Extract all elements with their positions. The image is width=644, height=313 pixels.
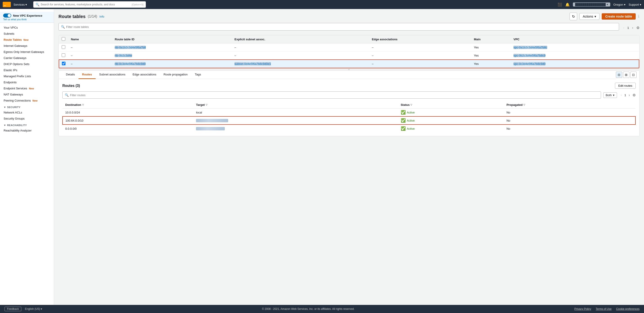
- page-count: (1/14): [88, 15, 97, 19]
- feedback-button[interactable]: Feedback: [4, 307, 22, 311]
- services-menu[interactable]: Services ▾: [14, 3, 27, 6]
- page-number: 1: [627, 26, 629, 30]
- tab-route-prop[interactable]: Route propagation: [160, 71, 191, 79]
- create-route-table-button[interactable]: Create route table: [602, 13, 636, 20]
- privacy-link[interactable]: Privacy Policy: [574, 307, 591, 310]
- row-checkbox-1[interactable]: [62, 45, 65, 49]
- aws-logo[interactable]: aws: [3, 2, 11, 7]
- copyright: © 2008 - 2021, Amazon Web Services, Inc.…: [262, 307, 354, 310]
- route-propagated-2: No: [504, 116, 636, 125]
- sidebar-item-subnets[interactable]: Subnets: [0, 31, 54, 37]
- route-target-2: pcx-0a1b2c3d4e5f6a7b8: [193, 116, 398, 125]
- route-propagated-3: No: [504, 125, 636, 132]
- routes-table: Destination ▽ Target ▽ Status ▽ Propagat…: [62, 101, 636, 132]
- row-subnet-2: –: [232, 52, 369, 60]
- table-row[interactable]: – rtb-0b2c3d4e – – Yes vpc-0b2c3d4e5f6a7…: [59, 52, 639, 60]
- select-all-checkbox[interactable]: [62, 37, 65, 41]
- sidebar-item-security-groups[interactable]: Security Groups: [0, 116, 54, 122]
- row-edge-1: –: [369, 44, 471, 52]
- sidebar-item-elastic-ips[interactable]: Elastic IPs: [0, 67, 54, 73]
- sidebar-item-network-acls[interactable]: Network ACLs: [0, 109, 54, 116]
- row-main-3: Yes: [471, 60, 511, 68]
- row-checkbox-3[interactable]: [62, 62, 66, 65]
- sidebar-item-endpoint-services[interactable]: Endpoint Services New: [0, 85, 54, 91]
- route-row-1[interactable]: 10.0.0.0/24 local ✅ Active No: [62, 109, 636, 117]
- col-destination: Destination ▽: [62, 101, 193, 109]
- both-dropdown[interactable]: Both ▾: [603, 92, 617, 98]
- table-settings-icon[interactable]: ⚙: [636, 26, 640, 30]
- page-header: Route tables (1/14) Info ↻ Actions ▾ Cre…: [58, 13, 640, 20]
- language-selector[interactable]: English (US) ▾: [25, 307, 42, 310]
- routes-filter-input[interactable]: [70, 94, 598, 97]
- routes-next-button[interactable]: ›: [627, 93, 631, 97]
- sidebar-item-carrier-gateways[interactable]: Carrier Gateways: [0, 55, 54, 61]
- chevron-down-icon-2: ▼: [4, 124, 6, 127]
- table-row-selected[interactable]: – rtb-0c3d4e5f6a7b8c9d0 subnet-0d4e5f6a7…: [59, 60, 639, 68]
- route-table-filter[interactable]: 🔍: [58, 23, 619, 31]
- sidebar-item-managed-prefix[interactable]: Managed Prefix Lists: [0, 73, 54, 79]
- tell-us-link[interactable]: Tell us what you think: [3, 18, 51, 21]
- both-label: Both: [606, 94, 612, 97]
- sidebar-item-endpoints[interactable]: Endpoints: [0, 79, 54, 85]
- actions-button[interactable]: Actions ▾: [580, 13, 600, 20]
- resize-handle[interactable]: ≡: [58, 69, 640, 70]
- account-selector[interactable]: ████████████████ ▾: [573, 3, 610, 7]
- search-shortcut: [Option+S]: [132, 3, 144, 6]
- filter-input[interactable]: [66, 25, 616, 29]
- support-menu[interactable]: Support ▾: [629, 3, 641, 6]
- active-icon-2: ✅: [401, 118, 406, 123]
- route-row-3[interactable]: 0.0.0.0/0 igw-0b2c3d4e5f6a7b8 ✅ Active N…: [62, 125, 636, 132]
- tab-details[interactable]: Details: [62, 71, 78, 79]
- tab-routes[interactable]: Routes: [78, 71, 96, 79]
- route-dest-2: 100.64.0.0/10: [62, 116, 193, 125]
- sidebar-item-peering[interactable]: Peering Connections New: [0, 98, 54, 104]
- refresh-button[interactable]: ↻: [570, 13, 577, 20]
- global-search[interactable]: 🔍 [Option+S]: [33, 1, 146, 8]
- row-main-1: Yes: [471, 44, 511, 52]
- sidebar-item-dhcp[interactable]: DHCP Options Sets: [0, 61, 54, 67]
- route-status-1: ✅ Active: [398, 109, 504, 117]
- terms-link[interactable]: Terms of Use: [596, 307, 612, 310]
- tab-subnet-assoc[interactable]: Subnet associations: [96, 71, 129, 79]
- edit-routes-button[interactable]: Edit routes: [615, 83, 636, 89]
- routes-filter[interactable]: 🔍: [62, 91, 601, 99]
- active-icon-1: ✅: [401, 110, 406, 114]
- view-full-icon[interactable]: ⊡: [630, 72, 636, 78]
- region-selector[interactable]: Oregon ▾: [614, 3, 626, 6]
- routes-settings-icon[interactable]: ⚙: [632, 93, 636, 97]
- info-link[interactable]: Info: [100, 15, 104, 18]
- next-page-button[interactable]: ›: [631, 26, 634, 30]
- row-edge-3: –: [369, 60, 471, 68]
- sidebar-item-nat-gateways[interactable]: NAT Gateways: [0, 91, 54, 98]
- resize-icon: ≡: [348, 68, 350, 71]
- main-content: Route tables (1/14) Info ↻ Actions ▾ Cre…: [54, 9, 644, 305]
- prev-page-button[interactable]: ‹: [622, 26, 626, 30]
- row-name-3: –: [68, 60, 112, 68]
- page-title: Route tables: [58, 14, 86, 19]
- cookie-link[interactable]: Cookie preferences: [616, 307, 640, 310]
- route-row-2-highlighted[interactable]: 100.64.0.0/10 pcx-0a1b2c3d4e5f6a7b8 ✅ Ac…: [62, 116, 636, 125]
- sidebar-item-egress-only-igw[interactable]: Egress Only Internet Gateways: [0, 49, 54, 55]
- tab-tags[interactable]: Tags: [191, 71, 204, 79]
- search-input[interactable]: [41, 3, 132, 6]
- sidebar-item-route-tables[interactable]: Route Tables New: [0, 37, 54, 43]
- bell-icon[interactable]: 🔔: [565, 3, 570, 7]
- route-target-3: igw-0b2c3d4e5f6a7b8: [193, 125, 398, 132]
- route-dest-1: 10.0.0.0/24: [62, 109, 193, 117]
- col-subnet: Explicit subnet assoc.: [232, 35, 369, 44]
- routes-prev-button[interactable]: ‹: [619, 93, 623, 97]
- chevron-down-icon: ▼: [4, 106, 6, 109]
- svg-text:aws: aws: [4, 5, 6, 6]
- tab-edge-assoc[interactable]: Edge associations: [129, 71, 160, 79]
- info-circle-icon[interactable]: ℹ: [638, 14, 640, 19]
- terminal-icon[interactable]: ⬛: [558, 3, 562, 7]
- sidebar-item-internet-gateways[interactable]: Internet Gateways: [0, 43, 54, 49]
- row-checkbox-2[interactable]: [62, 53, 65, 57]
- view-split-horizontal-icon[interactable]: ⊟: [616, 72, 622, 78]
- new-vpc-toggle[interactable]: [3, 14, 11, 18]
- sidebar-item-reachability[interactable]: Reachability Analyzer: [0, 127, 54, 134]
- endpoint-services-new-badge: New: [29, 87, 34, 90]
- sidebar-item-your-vpcs[interactable]: Your VPCs: [0, 25, 54, 31]
- table-row[interactable]: – rtb-0a1b2c3d4e5f6a7b8 – – Yes vpc-0a1b…: [59, 44, 639, 52]
- view-split-vertical-icon[interactable]: ⊞: [623, 72, 629, 78]
